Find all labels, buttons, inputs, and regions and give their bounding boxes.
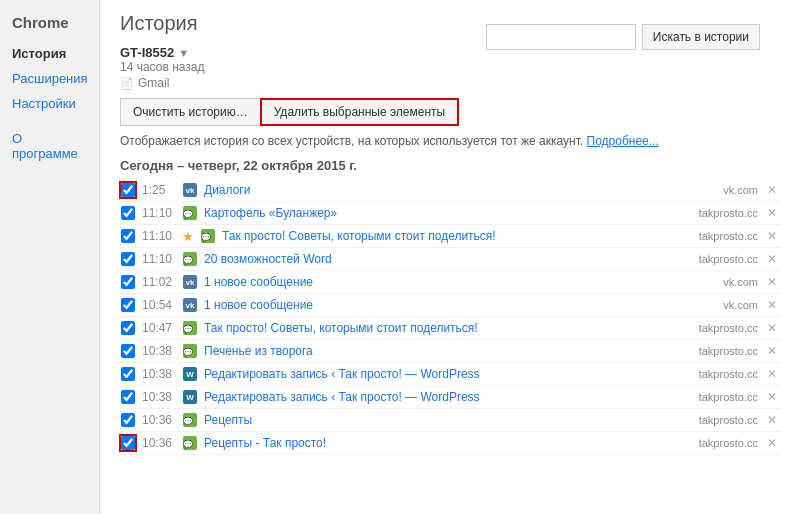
list-item: 11:10💬20 возможностей Wordtakprosto.cc✕: [120, 248, 780, 271]
sidebar-item-history[interactable]: История: [0, 41, 99, 66]
action-buttons: Очистить историю… Удалить выбранные элем…: [120, 98, 780, 126]
entry-title[interactable]: Редактировать запись ‹ Так просто! — Wor…: [204, 367, 693, 381]
entry-checkbox[interactable]: [121, 275, 135, 289]
entry-domain: takprosto.cc: [699, 253, 758, 265]
list-item: 10:38WРедактировать запись ‹ Так просто!…: [120, 363, 780, 386]
favicon: vk: [182, 297, 198, 313]
entry-title[interactable]: 1 новое сообщение: [204, 298, 717, 312]
entry-remove-button[interactable]: ✕: [764, 206, 780, 220]
entry-checkbox[interactable]: [121, 321, 135, 335]
favicon: W: [182, 389, 198, 405]
search-button[interactable]: Искать в истории: [642, 24, 760, 50]
delete-selected-button[interactable]: Удалить выбранные элементы: [260, 98, 459, 126]
entry-checkbox[interactable]: [121, 206, 135, 220]
entry-time: 1:25: [142, 183, 176, 197]
entry-domain: vk.com: [723, 276, 758, 288]
entry-title[interactable]: Так просто! Советы, которыми стоит подел…: [204, 321, 693, 335]
entry-domain: takprosto.cc: [699, 368, 758, 380]
entry-remove-button[interactable]: ✕: [764, 229, 780, 243]
entry-time: 10:47: [142, 321, 176, 335]
favicon: 💬: [182, 205, 198, 221]
history-list: 1:25vkДиалогиvk.com✕11:10💬Картофель «Бул…: [120, 179, 780, 455]
entry-title[interactable]: Рецепты: [204, 413, 693, 427]
search-input[interactable]: [486, 24, 636, 50]
entry-remove-button[interactable]: ✕: [764, 183, 780, 197]
entry-domain: takprosto.cc: [699, 437, 758, 449]
entry-remove-button[interactable]: ✕: [764, 390, 780, 404]
list-item: 11:10💬Картофель «Буланжер»takprosto.cc✕: [120, 202, 780, 225]
entry-title[interactable]: Печенье из творога: [204, 344, 693, 358]
entry-title[interactable]: Диалоги: [204, 183, 717, 197]
entry-domain: takprosto.cc: [699, 391, 758, 403]
sidebar-item-settings[interactable]: Настройки: [0, 91, 99, 116]
device-time: 14 часов назад: [120, 60, 780, 74]
device-section: GT-I8552 ▼ 14 часов назад 📄 Gmail: [120, 45, 780, 90]
entry-checkbox[interactable]: [121, 367, 135, 381]
entry-time: 10:38: [142, 367, 176, 381]
checkbox-wrap: [120, 297, 136, 313]
entry-domain: takprosto.cc: [699, 414, 758, 426]
checkbox-wrap: [120, 435, 136, 451]
info-link[interactable]: Подробнее...: [587, 134, 659, 148]
entry-remove-button[interactable]: ✕: [764, 413, 780, 427]
entry-title[interactable]: 1 новое сообщение: [204, 275, 717, 289]
checkbox-wrap: [120, 182, 136, 198]
entry-checkbox[interactable]: [121, 298, 135, 312]
favicon: 💬: [182, 343, 198, 359]
entry-checkbox[interactable]: [121, 229, 135, 243]
list-item: 11:02vk1 новое сообщениеvk.com✕: [120, 271, 780, 294]
entry-time: 10:54: [142, 298, 176, 312]
entry-title[interactable]: Картофель «Буланжер»: [204, 206, 693, 220]
entry-checkbox[interactable]: [121, 252, 135, 266]
list-item: 10:47💬Так просто! Советы, которыми стоит…: [120, 317, 780, 340]
checkbox-wrap: [120, 205, 136, 221]
doc-icon: 📄: [120, 77, 134, 90]
entry-domain: takprosto.cc: [699, 207, 758, 219]
entry-domain: vk.com: [723, 299, 758, 311]
favicon: 💬: [182, 435, 198, 451]
entry-remove-button[interactable]: ✕: [764, 275, 780, 289]
favicon: 💬: [200, 228, 216, 244]
entry-time: 11:10: [142, 206, 176, 220]
list-item: 11:10★💬Так просто! Советы, которыми стои…: [120, 225, 780, 248]
list-item: 10:54vk1 новое сообщениеvk.com✕: [120, 294, 780, 317]
list-item: 10:36💬Рецепты - Так просто!takprosto.cc✕: [120, 432, 780, 455]
entry-time: 11:10: [142, 252, 176, 266]
favicon: vk: [182, 274, 198, 290]
entry-time: 10:38: [142, 390, 176, 404]
checkbox-wrap: [120, 274, 136, 290]
favicon: 💬: [182, 320, 198, 336]
clear-history-button[interactable]: Очистить историю…: [120, 98, 260, 126]
entry-time: 10:36: [142, 413, 176, 427]
device-expand-icon[interactable]: ▼: [178, 47, 189, 59]
entry-checkbox[interactable]: [121, 390, 135, 404]
list-item: 10:38WРедактировать запись ‹ Так просто!…: [120, 386, 780, 409]
checkbox-wrap: [120, 343, 136, 359]
entry-domain: takprosto.cc: [699, 322, 758, 334]
sidebar: Chrome История Расширения Настройки О пр…: [0, 0, 100, 514]
entry-title[interactable]: Редактировать запись ‹ Так просто! — Wor…: [204, 390, 693, 404]
entry-remove-button[interactable]: ✕: [764, 367, 780, 381]
entry-title[interactable]: 20 возможностей Word: [204, 252, 693, 266]
entry-remove-button[interactable]: ✕: [764, 298, 780, 312]
entry-remove-button[interactable]: ✕: [764, 344, 780, 358]
entry-time: 10:36: [142, 436, 176, 450]
date-header: Сегодня – четверг, 22 октября 2015 г.: [120, 158, 780, 173]
entry-remove-button[interactable]: ✕: [764, 436, 780, 450]
favicon: vk: [182, 182, 198, 198]
favicon: 💬: [182, 251, 198, 267]
entry-checkbox[interactable]: [121, 413, 135, 427]
entry-domain: takprosto.cc: [699, 345, 758, 357]
entry-title[interactable]: Рецепты - Так просто!: [204, 436, 693, 450]
entry-checkbox[interactable]: [121, 344, 135, 358]
sidebar-item-about[interactable]: О программе: [0, 126, 99, 166]
list-item: 1:25vkДиалогиvk.com✕: [120, 179, 780, 202]
favicon: 💬: [182, 412, 198, 428]
sidebar-item-extensions[interactable]: Расширения: [0, 66, 99, 91]
entry-checkbox[interactable]: [121, 183, 135, 197]
entry-remove-button[interactable]: ✕: [764, 321, 780, 335]
entry-title[interactable]: Так просто! Советы, которыми стоит подел…: [222, 229, 693, 243]
entry-remove-button[interactable]: ✕: [764, 252, 780, 266]
entry-checkbox[interactable]: [121, 436, 135, 450]
device-entry: 📄 Gmail: [120, 76, 780, 90]
